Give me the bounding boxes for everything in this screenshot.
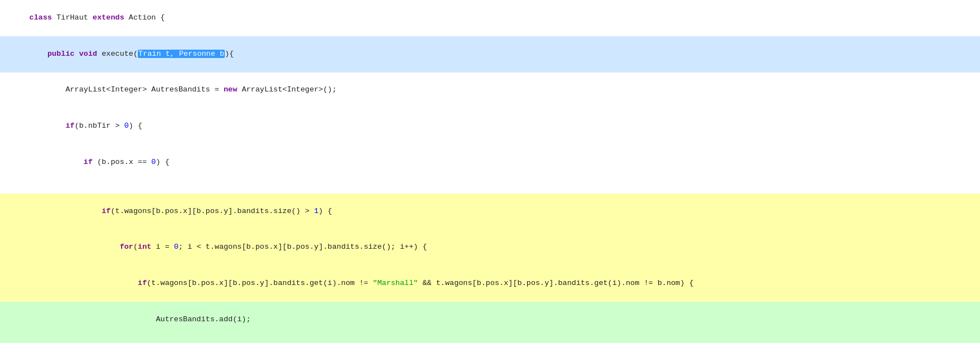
code-line-4: if(b.nbTir > 0) { xyxy=(0,108,980,144)
code-line-6 xyxy=(0,181,980,194)
code-line-7: if(t.wagons[b.pos.x][b.pos.y].bandits.si… xyxy=(0,194,980,230)
code-line-9: if(t.wagons[b.pos.x][b.pos.y].bandits.ge… xyxy=(0,265,980,302)
code-line-8: for(int i = 0; i < t.wagons[b.pos.x][b.p… xyxy=(0,230,980,266)
code-line-1: class TirHaut extends Action { xyxy=(0,0,980,36)
code-line-5: if (b.pos.x == 0) { xyxy=(0,144,980,181)
code-line-11: } xyxy=(0,338,980,343)
code-editor: class TirHaut extends Action { public vo… xyxy=(0,0,980,343)
code-line-2: public void execute(Train t, Personne b)… xyxy=(0,36,980,73)
code-line-3: ArrayList<Integer> AutresBandits = new A… xyxy=(0,73,980,109)
code-line-10: AutresBandits.add(i); xyxy=(0,302,980,338)
